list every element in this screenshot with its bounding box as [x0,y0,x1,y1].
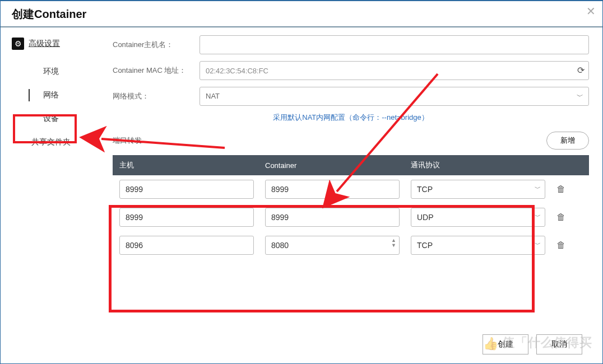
netmode-hint: 采用默认NAT内网配置（命令行：--net=bridge） [113,113,589,123]
mac-label: Container MAC 地址： [113,66,200,76]
stepper-icon[interactable]: ▲▼ [391,238,396,248]
table-row: ▲▼ TCP ﹀ 🗑 [113,231,589,259]
dialog-scroll[interactable]: 创建Container ⚙ 高级设置 环境 网络 设备 共享文件夹 Contai… [1,1,602,363]
dialog-title: 创建Container [12,7,591,22]
trash-icon[interactable]: 🗑 [550,184,572,194]
host-port-input[interactable] [119,208,254,227]
gear-icon: ⚙ [12,38,24,50]
port-table: 主机 Container 通讯协议 TCP ﹀ 🗑 [113,155,589,259]
th-container: Container [265,161,400,170]
create-button[interactable]: 创建 [483,334,528,354]
mac-input[interactable] [200,61,589,80]
sidebar-item-network[interactable]: 网络 [12,83,90,107]
container-port-input[interactable] [265,180,400,199]
host-port-input[interactable] [119,236,254,255]
protocol-select[interactable]: TCP [411,236,545,255]
hostname-input[interactable] [200,35,589,54]
table-row: TCP ﹀ 🗑 [113,175,589,203]
trash-icon[interactable]: 🗑 [550,240,572,250]
table-row: UDP ﹀ 🗑 [113,203,589,231]
netmode-select[interactable]: NAT [200,87,589,106]
th-protocol: 通讯协议 [411,160,545,170]
container-port-input[interactable] [265,236,400,255]
host-port-input[interactable] [119,180,254,199]
sidebar-item-env[interactable]: 环境 [12,60,90,83]
portforward-title: 端口转发 [113,136,142,146]
table-header: 主机 Container 通讯协议 [113,155,589,175]
protocol-select[interactable]: UDP [411,208,545,227]
trash-icon[interactable]: 🗑 [550,212,572,222]
netmode-label: 网络模式： [113,91,200,101]
add-button[interactable]: 新增 [546,132,589,150]
refresh-icon[interactable]: ⟳ [577,65,585,76]
sidebar-item-device[interactable]: 设备 [12,107,90,130]
protocol-select[interactable]: TCP [411,180,545,199]
th-host: 主机 [119,160,254,170]
container-port-input[interactable] [265,208,400,227]
hostname-label: Container主机名： [113,40,200,50]
sidebar-item-shared[interactable]: 共享文件夹 [12,130,90,154]
advanced-link[interactable]: 高级设置 [29,39,60,49]
cancel-button[interactable]: 取消 [536,334,582,354]
